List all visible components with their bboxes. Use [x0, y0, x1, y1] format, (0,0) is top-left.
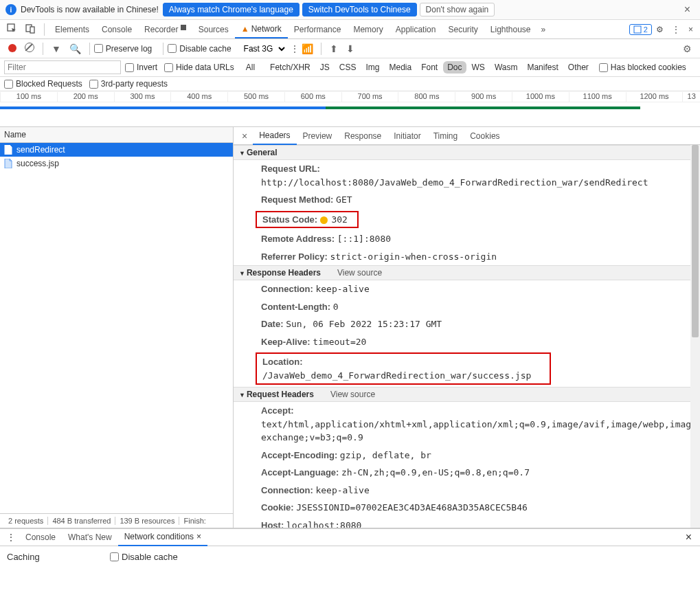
device-toggle-icon[interactable] — [21, 21, 40, 38]
request-detail: × Headers Preview Response Initiator Tim… — [234, 127, 700, 528]
drawer-tab-network-conditions[interactable]: Network conditions× — [118, 528, 207, 546]
throttling-select[interactable]: Fast 3G — [238, 42, 287, 56]
resp-date: Date: Sun, 06 Feb 2022 15:23:17 GMT — [234, 315, 700, 333]
filter-img[interactable]: Img — [361, 61, 383, 74]
tab-headers[interactable]: Headers — [253, 127, 296, 145]
document-icon — [4, 145, 12, 155]
tab-memory[interactable]: Memory — [347, 21, 389, 38]
req-accept-language: Accept-Language: zh-CN,zh;q=0.9,en-US;q=… — [234, 464, 700, 482]
warning-icon: ▲ — [241, 24, 249, 34]
document-icon — [4, 159, 12, 168]
filter-icon[interactable]: ▼ — [47, 43, 65, 54]
filter-all[interactable]: All — [242, 61, 259, 74]
close-tab-icon[interactable]: × — [196, 532, 201, 541]
scrollbar[interactable] — [690, 145, 700, 528]
filter-doc[interactable]: Doc — [443, 61, 466, 74]
section-general[interactable]: ▼General — [234, 145, 700, 160]
filter-other[interactable]: Other — [564, 61, 593, 74]
filter-bar-2: Blocked Requests 3rd-party requests — [0, 77, 700, 91]
network-timeline[interactable]: 100 ms200 ms300 ms400 ms500 ms600 ms700 … — [0, 91, 700, 127]
drawer-tab-console[interactable]: Console — [19, 529, 62, 546]
network-toolbar: ▼ 🔍 Preserve log Disable cache Fast 3G ⋮… — [0, 39, 700, 58]
filter-manifest[interactable]: Manifest — [523, 61, 562, 74]
view-source-link[interactable]: View source — [337, 268, 382, 278]
timeline-ruler: 100 ms200 ms300 ms400 ms500 ms600 ms700 … — [0, 91, 700, 102]
tab-console[interactable]: Console — [95, 21, 138, 38]
general-request-url: Request URL: http://localhost:8080/JavaW… — [234, 160, 700, 191]
preserve-log-checkbox[interactable]: Preserve log — [94, 44, 152, 54]
resp-content-length: Content-Length: 0 — [234, 298, 700, 316]
status-transferred: 484 B transferred — [48, 517, 115, 525]
tab-cookies[interactable]: Cookies — [464, 128, 506, 144]
more-tabs-icon[interactable]: » — [537, 22, 550, 37]
filter-input[interactable] — [4, 60, 121, 74]
third-party-checkbox[interactable]: 3rd-party requests — [89, 79, 168, 89]
match-language-button[interactable]: Always match Chrome's language — [163, 3, 300, 16]
tab-security[interactable]: Security — [442, 21, 484, 38]
filter-font[interactable]: Font — [417, 61, 442, 74]
request-row-success[interactable]: success.jsp — [0, 157, 233, 170]
invert-checkbox[interactable]: Invert — [125, 63, 157, 72]
tab-sources[interactable]: Sources — [192, 21, 235, 38]
kebab-menu-icon[interactable]: ⋮ — [668, 22, 684, 37]
download-har-icon[interactable]: ⬇ — [342, 43, 359, 54]
tab-application[interactable]: Application — [389, 21, 442, 38]
section-response-headers[interactable]: ▼Response HeadersView source — [234, 265, 700, 280]
tab-preview[interactable]: Preview — [297, 128, 339, 144]
drawer-menu-icon[interactable]: ⋮ — [3, 530, 19, 545]
drawer-disable-cache-checkbox[interactable]: Disable cache — [110, 552, 178, 562]
search-icon[interactable]: 🔍 — [65, 43, 85, 54]
status-bar: 2 requests 484 B transferred 139 B resou… — [0, 513, 233, 528]
request-row-sendredirect[interactable]: sendRedirect — [0, 143, 233, 157]
close-icon[interactable]: × — [680, 3, 695, 16]
timeline-bar-2 — [326, 106, 641, 109]
switch-language-button[interactable]: Switch DevTools to Chinese — [302, 3, 417, 16]
tab-response[interactable]: Response — [338, 128, 387, 144]
close-detail-icon[interactable]: × — [236, 131, 253, 142]
clear-button[interactable] — [21, 43, 38, 54]
main-tabs: Elements Console Recorder Sources ▲Netwo… — [0, 20, 700, 39]
filter-media[interactable]: Media — [385, 61, 416, 74]
tab-network[interactable]: ▲Network — [235, 21, 288, 38]
upload-har-icon[interactable]: ⬆ — [326, 43, 342, 54]
wifi-icon[interactable]: ⋮ 📶 — [287, 43, 317, 54]
resp-keep-alive: Keep-Alive: timeout=20 — [234, 333, 700, 351]
language-banner: i DevTools is now available in Chinese! … — [0, 0, 700, 20]
filter-wasm[interactable]: Wasm — [490, 61, 522, 74]
filter-fetch[interactable]: Fetch/XHR — [266, 61, 315, 74]
drawer-body: Caching Disable cache — [0, 546, 700, 568]
tab-timing[interactable]: Timing — [427, 128, 464, 144]
blocked-requests-checkbox[interactable]: Blocked Requests — [4, 79, 82, 89]
resp-connection: Connection: keep-alive — [234, 280, 700, 298]
section-request-headers[interactable]: ▼Request HeadersView source — [234, 387, 700, 402]
filter-css[interactable]: CSS — [335, 61, 361, 74]
timeline-bar-1 — [0, 106, 329, 109]
close-devtools-icon[interactable]: × — [684, 22, 697, 37]
filter-js[interactable]: JS — [316, 61, 334, 74]
settings-gear-icon[interactable]: ⚙ — [652, 22, 668, 37]
tab-lighthouse[interactable]: Lighthouse — [484, 21, 537, 38]
view-source-link[interactable]: View source — [330, 390, 375, 399]
blocked-cookies-checkbox[interactable]: Has blocked cookies — [599, 63, 686, 72]
hide-data-urls-checkbox[interactable]: Hide data URLs — [164, 63, 234, 72]
filter-ws[interactable]: WS — [468, 61, 489, 74]
issues-badge[interactable]: 2 — [629, 24, 652, 35]
tab-elements[interactable]: Elements — [49, 21, 95, 38]
inspect-icon[interactable] — [3, 21, 21, 38]
record-button[interactable] — [4, 43, 21, 54]
tab-recorder[interactable]: Recorder — [138, 21, 192, 38]
general-status-code: Status Code: 302 — [234, 209, 700, 231]
drawer-tab-whatsnew[interactable]: What's New — [62, 529, 118, 546]
close-drawer-icon[interactable]: × — [680, 528, 697, 546]
info-icon: i — [5, 4, 16, 15]
disable-cache-checkbox[interactable]: Disable cache — [168, 44, 231, 54]
dont-show-button[interactable]: Don't show again — [420, 3, 495, 16]
name-column-header[interactable]: Name — [0, 127, 233, 143]
tab-performance[interactable]: Performance — [288, 21, 348, 38]
tab-initiator[interactable]: Initiator — [387, 128, 427, 144]
req-accept-encoding: Accept-Encoding: gzip, deflate, br — [234, 447, 700, 464]
network-settings-icon[interactable]: ⚙ — [679, 43, 696, 54]
request-list: Name sendRedirect success.jsp 2 requests… — [0, 127, 234, 528]
banner-text: DevTools is now available in Chinese! — [21, 5, 159, 14]
general-remote-address: Remote Address: [::1]:8080 — [234, 230, 700, 248]
